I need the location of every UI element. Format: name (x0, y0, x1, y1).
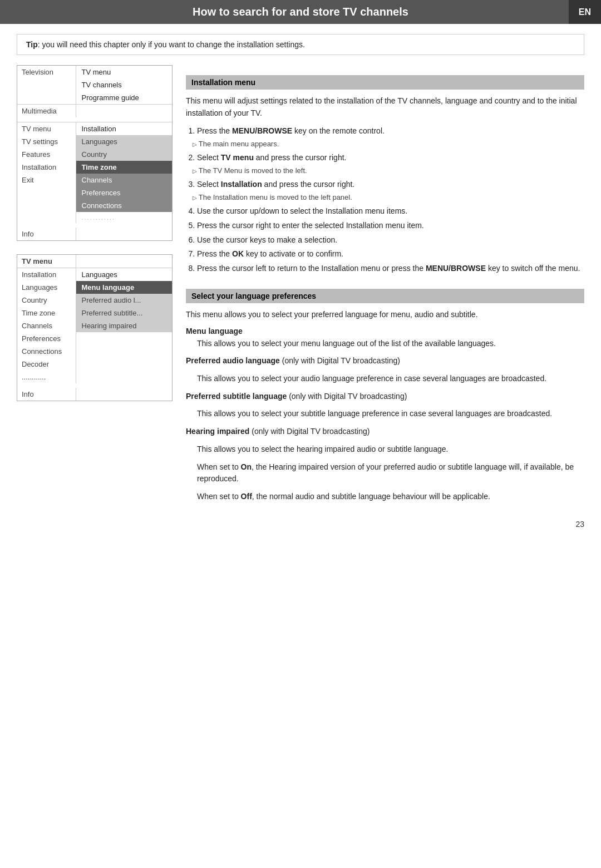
menu-row: Decoder (17, 358, 172, 371)
menu-cell-left: Decoder (17, 358, 76, 371)
list-item: Press the OK key to activate or to confi… (197, 248, 584, 261)
tip-box: Tip: you will need this chapter only if … (17, 34, 584, 55)
menu-cell-left: Exit (17, 174, 76, 186)
menu-cell-left (17, 186, 76, 199)
menu-row: Preferences (17, 332, 172, 345)
hearing-impaired-off-bold: Off (241, 492, 252, 501)
hearing-impaired-para: Hearing impaired (only with Digital TV b… (186, 426, 584, 438)
menu-cell-right (76, 332, 172, 345)
menu-cell-left (17, 78, 76, 91)
menu-cell-right: Connections (76, 199, 172, 212)
menu-row-spacer (17, 383, 172, 388)
sub-list-item: The TV Menu is moved to the left. (193, 165, 584, 177)
menu-cell-left: Preferences (17, 332, 76, 345)
menu-cell-right: TV channels (76, 78, 172, 91)
menu-cell-left: Multimedia (17, 105, 76, 118)
menu-cell-left: Television (17, 66, 76, 78)
hearing-impaired-on-bold: On (241, 462, 252, 471)
menu-row: Multimedia (17, 105, 172, 118)
menu-cell-left (17, 199, 76, 212)
hearing-impaired-on-start: When set to (197, 462, 241, 471)
menu-row-dots: ............ (17, 212, 172, 223)
menu-cell-right (76, 255, 172, 268)
menu-cell-right (76, 105, 172, 118)
menu-row: Info (17, 388, 172, 401)
bold-text: Installation (221, 180, 262, 189)
bold-text: TV menu (221, 153, 254, 162)
menu-row: Television TV menu (17, 66, 172, 78)
section2-heading: Select your language preferences (186, 289, 584, 303)
menu-cell-right: Time zone (76, 161, 172, 174)
preferred-subtitle-heading: Preferred subtitle language (186, 392, 287, 401)
menu-row: Country Preferred audio l... (17, 294, 172, 307)
menu-language-heading: Menu language (186, 327, 584, 336)
menu-panel-1: Television TV menu TV channels Programme… (17, 65, 173, 241)
list-item: Select Installation and press the cursor… (197, 178, 584, 204)
sub-list-item: The Installation menu is moved to the le… (193, 191, 584, 204)
menu-cell-left: Installation (17, 161, 76, 174)
menu-row: Features Country (17, 148, 172, 161)
bold-text: MENU/BROWSE (232, 126, 292, 135)
preferred-audio-heading: Preferred audio language (186, 356, 280, 365)
hearing-impaired-off-rest: , the normal audio and subtitle language… (252, 492, 490, 501)
menu-row: TV menu (17, 255, 172, 268)
list-item: Use the cursor keys to make a selection. (197, 234, 584, 247)
sub-list-item: The main menu appears. (193, 138, 584, 150)
menu-cell-right: Menu language (76, 281, 172, 294)
menu-cell-right: Preferred audio l... (76, 294, 172, 307)
menu-row: Exit Channels (17, 174, 172, 186)
hearing-impaired-text1: This allows you to select the hearing im… (186, 443, 584, 456)
menu-row-dots: ............ (17, 371, 172, 383)
menu-row-selected: Installation Time zone (17, 161, 172, 174)
menu-cell-left: Channels (17, 319, 76, 332)
menu-cell-right: TV menu (76, 66, 172, 78)
list-item: Press the MENU/BROWSE key on the remote … (197, 125, 584, 150)
page-header: How to search for and store TV channels … (0, 0, 601, 24)
list-item: Press the cursor right to enter the sele… (197, 219, 584, 233)
menu-cell-right (76, 358, 172, 371)
menu-row: TV menu Installation (17, 122, 172, 136)
hearing-impaired-text2: When set to On, the Hearing impaired ver… (186, 461, 584, 485)
left-column: Television TV menu TV channels Programme… (17, 65, 173, 509)
menu-row-spacer (17, 117, 172, 122)
menu-row-spacer (17, 223, 172, 228)
menu-cell-right: Country (76, 148, 172, 161)
menu-cell-right: Preferred subtitle... (76, 307, 172, 319)
menu-cell-right: ............ (76, 212, 172, 223)
menu-cell-right (76, 345, 172, 358)
menu-row: Programme guide (17, 91, 172, 105)
menu-row: Channels Hearing impaired (17, 319, 172, 332)
menu-cell-left: Country (17, 294, 76, 307)
menu-cell-left: TV menu (17, 255, 76, 268)
menu-row: TV settings Languages (17, 135, 172, 148)
preferred-audio-text: This allows you to select your audio lan… (186, 373, 584, 385)
language-badge: EN (569, 0, 601, 24)
menu-row: Connections (17, 345, 172, 358)
hearing-impaired-qualifier: (only with Digital TV broadcasting) (249, 427, 370, 436)
tip-label: Tip (26, 40, 38, 49)
menu-cell-right: Hearing impaired (76, 319, 172, 332)
menu-cell-left: ............ (17, 371, 76, 383)
menu-row: Time zone Preferred subtitle... (17, 307, 172, 319)
menu-cell-left: Info (17, 388, 76, 401)
hearing-impaired-text3: When set to Off, the normal audio and su… (186, 491, 584, 503)
menu-cell-right: Languages (76, 135, 172, 148)
list-item: Press the cursor left to return to the I… (197, 262, 584, 275)
menu-panel-2: TV menu Installation Languages Languages… (17, 254, 173, 401)
menu-cell-right: Programme guide (76, 91, 172, 105)
menu-cell-left: TV settings (17, 135, 76, 148)
preferred-subtitle-text: This allows you to select your subtitle … (186, 408, 584, 420)
menu-cell-left: Info (17, 228, 76, 240)
menu-row: Info (17, 228, 172, 240)
hearing-impaired-heading: Hearing impaired (186, 427, 249, 436)
bold-text: MENU/BROWSE (426, 264, 486, 273)
menu-cell-left (17, 212, 76, 223)
menu-cell-left: Connections (17, 345, 76, 358)
section1-intro: This menu will adjust settings related t… (186, 95, 584, 119)
menu-row: TV channels (17, 78, 172, 91)
menu-cell-left: Features (17, 148, 76, 161)
menu-row: Preferences (17, 186, 172, 199)
menu-row-selected: Languages Menu language (17, 281, 172, 294)
right-column: Installation menu This menu will adjust … (186, 65, 584, 509)
section2-intro: This menu allows you to select your pref… (186, 309, 584, 321)
